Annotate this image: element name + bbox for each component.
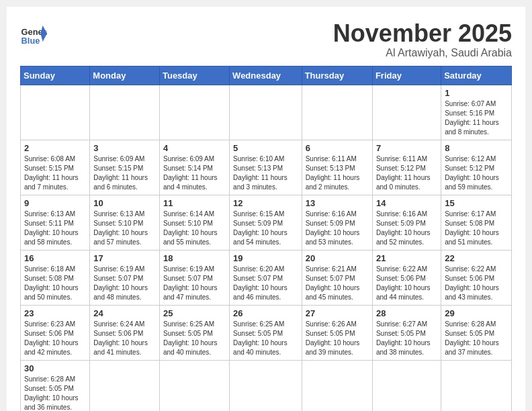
day-info: Sunrise: 6:25 AM Sunset: 5:05 PM Dayligh… bbox=[233, 320, 298, 357]
day-number: 24 bbox=[93, 308, 156, 318]
day-info: Sunrise: 6:12 AM Sunset: 5:12 PM Dayligh… bbox=[445, 154, 508, 192]
calendar-cell: 1Sunrise: 6:07 AM Sunset: 5:16 PM Daylig… bbox=[441, 85, 512, 140]
day-number: 1 bbox=[445, 88, 508, 98]
day-number: 17 bbox=[93, 253, 156, 263]
day-number: 22 bbox=[445, 253, 508, 263]
location: Al Artawiyah, Saudi Arabia bbox=[333, 47, 512, 59]
day-info: Sunrise: 6:15 AM Sunset: 5:09 PM Dayligh… bbox=[233, 210, 298, 247]
calendar-cell: 5Sunrise: 6:10 AM Sunset: 5:13 PM Daylig… bbox=[230, 140, 302, 195]
day-info: Sunrise: 6:11 AM Sunset: 5:13 PM Dayligh… bbox=[306, 154, 369, 192]
day-number: 29 bbox=[445, 308, 508, 318]
calendar-cell: 7Sunrise: 6:11 AM Sunset: 5:12 PM Daylig… bbox=[372, 140, 441, 195]
day-info: Sunrise: 6:16 AM Sunset: 5:09 PM Dayligh… bbox=[376, 210, 437, 247]
calendar-cell: 22Sunrise: 6:22 AM Sunset: 5:06 PM Dayli… bbox=[441, 250, 512, 305]
calendar-cell bbox=[90, 85, 160, 140]
calendar-week-1: 1Sunrise: 6:07 AM Sunset: 5:16 PM Daylig… bbox=[21, 85, 512, 140]
day-number: 14 bbox=[376, 198, 437, 208]
calendar-cell: 2Sunrise: 6:08 AM Sunset: 5:15 PM Daylig… bbox=[21, 140, 90, 195]
calendar-cell bbox=[159, 360, 229, 411]
calendar-cell: 27Sunrise: 6:26 AM Sunset: 5:05 PM Dayli… bbox=[302, 305, 372, 360]
header: General Blue November 2025 Al Artawiyah,… bbox=[20, 20, 512, 59]
logo: General Blue bbox=[20, 20, 47, 47]
calendar-cell: 26Sunrise: 6:25 AM Sunset: 5:05 PM Dayli… bbox=[230, 305, 302, 360]
day-info: Sunrise: 6:10 AM Sunset: 5:13 PM Dayligh… bbox=[233, 154, 298, 192]
calendar-cell bbox=[230, 85, 302, 140]
calendar-header-monday: Monday bbox=[90, 66, 160, 85]
calendar-header-thursday: Thursday bbox=[302, 66, 372, 85]
calendar-cell: 28Sunrise: 6:27 AM Sunset: 5:05 PM Dayli… bbox=[372, 305, 441, 360]
calendar-cell: 4Sunrise: 6:09 AM Sunset: 5:14 PM Daylig… bbox=[159, 140, 229, 195]
day-info: Sunrise: 6:23 AM Sunset: 5:06 PM Dayligh… bbox=[24, 320, 86, 357]
calendar-cell: 15Sunrise: 6:17 AM Sunset: 5:08 PM Dayli… bbox=[441, 195, 512, 250]
calendar-header-saturday: Saturday bbox=[441, 66, 512, 85]
calendar-cell bbox=[90, 360, 160, 411]
calendar-cell bbox=[159, 85, 229, 140]
month-title: November 2025 bbox=[333, 20, 512, 47]
calendar-cell: 21Sunrise: 6:22 AM Sunset: 5:06 PM Dayli… bbox=[372, 250, 441, 305]
day-info: Sunrise: 6:28 AM Sunset: 5:05 PM Dayligh… bbox=[445, 320, 508, 357]
calendar-cell: 8Sunrise: 6:12 AM Sunset: 5:12 PM Daylig… bbox=[441, 140, 512, 195]
day-number: 2 bbox=[24, 143, 86, 153]
calendar-cell: 19Sunrise: 6:20 AM Sunset: 5:07 PM Dayli… bbox=[230, 250, 302, 305]
day-number: 30 bbox=[24, 363, 86, 373]
day-info: Sunrise: 6:25 AM Sunset: 5:05 PM Dayligh… bbox=[163, 320, 226, 357]
day-number: 15 bbox=[445, 198, 508, 208]
day-info: Sunrise: 6:28 AM Sunset: 5:05 PM Dayligh… bbox=[24, 375, 86, 411]
day-number: 5 bbox=[233, 143, 298, 153]
calendar-cell: 24Sunrise: 6:24 AM Sunset: 5:06 PM Dayli… bbox=[90, 305, 160, 360]
day-number: 20 bbox=[306, 253, 369, 263]
day-info: Sunrise: 6:14 AM Sunset: 5:10 PM Dayligh… bbox=[163, 210, 226, 247]
calendar-cell: 30Sunrise: 6:28 AM Sunset: 5:05 PM Dayli… bbox=[21, 360, 90, 411]
calendar-week-2: 2Sunrise: 6:08 AM Sunset: 5:15 PM Daylig… bbox=[21, 140, 512, 195]
day-number: 25 bbox=[163, 308, 226, 318]
day-number: 18 bbox=[163, 253, 226, 263]
calendar-cell: 14Sunrise: 6:16 AM Sunset: 5:09 PM Dayli… bbox=[372, 195, 441, 250]
calendar-cell: 12Sunrise: 6:15 AM Sunset: 5:09 PM Dayli… bbox=[230, 195, 302, 250]
day-info: Sunrise: 6:24 AM Sunset: 5:06 PM Dayligh… bbox=[93, 320, 156, 357]
calendar-week-5: 23Sunrise: 6:23 AM Sunset: 5:06 PM Dayli… bbox=[21, 305, 512, 360]
day-info: Sunrise: 6:13 AM Sunset: 5:10 PM Dayligh… bbox=[93, 210, 156, 247]
day-number: 28 bbox=[376, 308, 437, 318]
day-number: 26 bbox=[233, 308, 298, 318]
day-number: 9 bbox=[24, 198, 86, 208]
day-info: Sunrise: 6:26 AM Sunset: 5:05 PM Dayligh… bbox=[306, 320, 369, 357]
day-info: Sunrise: 6:19 AM Sunset: 5:07 PM Dayligh… bbox=[93, 265, 156, 302]
calendar-week-4: 16Sunrise: 6:18 AM Sunset: 5:08 PM Dayli… bbox=[21, 250, 512, 305]
day-info: Sunrise: 6:13 AM Sunset: 5:11 PM Dayligh… bbox=[24, 210, 86, 247]
calendar-header-wednesday: Wednesday bbox=[230, 66, 302, 85]
calendar-header-tuesday: Tuesday bbox=[159, 66, 229, 85]
calendar-cell: 9Sunrise: 6:13 AM Sunset: 5:11 PM Daylig… bbox=[21, 195, 90, 250]
calendar-cell: 16Sunrise: 6:18 AM Sunset: 5:08 PM Dayli… bbox=[21, 250, 90, 305]
calendar-page: General Blue November 2025 Al Artawiyah,… bbox=[7, 7, 525, 411]
calendar-week-6: 30Sunrise: 6:28 AM Sunset: 5:05 PM Dayli… bbox=[21, 360, 512, 411]
day-number: 12 bbox=[233, 198, 298, 208]
day-number: 16 bbox=[24, 253, 86, 263]
calendar-cell: 18Sunrise: 6:19 AM Sunset: 5:07 PM Dayli… bbox=[159, 250, 229, 305]
day-number: 19 bbox=[233, 253, 298, 263]
day-info: Sunrise: 6:22 AM Sunset: 5:06 PM Dayligh… bbox=[376, 265, 437, 302]
day-number: 6 bbox=[306, 143, 369, 153]
calendar-cell: 29Sunrise: 6:28 AM Sunset: 5:05 PM Dayli… bbox=[441, 305, 512, 360]
day-number: 21 bbox=[376, 253, 437, 263]
calendar-cell bbox=[21, 85, 90, 140]
day-number: 13 bbox=[306, 198, 369, 208]
calendar-header-friday: Friday bbox=[372, 66, 441, 85]
day-number: 4 bbox=[163, 143, 226, 153]
day-info: Sunrise: 6:11 AM Sunset: 5:12 PM Dayligh… bbox=[376, 154, 437, 192]
calendar-cell: 13Sunrise: 6:16 AM Sunset: 5:09 PM Dayli… bbox=[302, 195, 372, 250]
day-info: Sunrise: 6:22 AM Sunset: 5:06 PM Dayligh… bbox=[445, 265, 508, 302]
calendar-cell: 11Sunrise: 6:14 AM Sunset: 5:10 PM Dayli… bbox=[159, 195, 229, 250]
day-info: Sunrise: 6:27 AM Sunset: 5:05 PM Dayligh… bbox=[376, 320, 437, 357]
calendar-header-row: SundayMondayTuesdayWednesdayThursdayFrid… bbox=[21, 66, 512, 85]
day-number: 7 bbox=[376, 143, 437, 153]
day-info: Sunrise: 6:19 AM Sunset: 5:07 PM Dayligh… bbox=[163, 265, 226, 302]
day-info: Sunrise: 6:18 AM Sunset: 5:08 PM Dayligh… bbox=[24, 265, 86, 302]
day-info: Sunrise: 6:09 AM Sunset: 5:15 PM Dayligh… bbox=[93, 154, 156, 192]
day-number: 23 bbox=[24, 308, 86, 318]
day-info: Sunrise: 6:07 AM Sunset: 5:16 PM Dayligh… bbox=[445, 99, 508, 137]
calendar-cell: 23Sunrise: 6:23 AM Sunset: 5:06 PM Dayli… bbox=[21, 305, 90, 360]
day-info: Sunrise: 6:17 AM Sunset: 5:08 PM Dayligh… bbox=[445, 210, 508, 247]
calendar-header-sunday: Sunday bbox=[21, 66, 90, 85]
calendar-cell bbox=[230, 360, 302, 411]
day-number: 10 bbox=[93, 198, 156, 208]
